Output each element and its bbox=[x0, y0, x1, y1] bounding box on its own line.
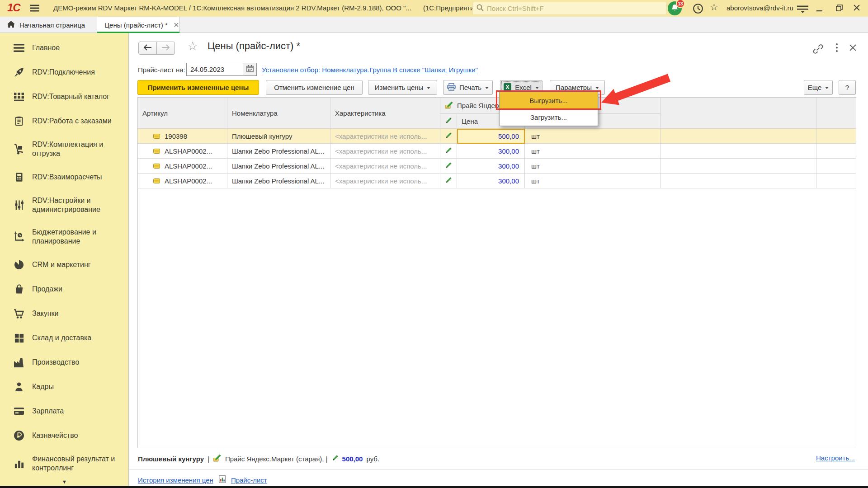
nav-back-button[interactable] bbox=[138, 42, 157, 55]
sidebar-item-label: Казначейство bbox=[32, 431, 78, 440]
menu-item-import[interactable]: Загрузить... bbox=[500, 109, 598, 126]
sidebar-scroll-down-icon[interactable]: ▼ bbox=[0, 479, 129, 484]
cell-name[interactable]: Шапки Zebo Professional AL... bbox=[227, 159, 330, 174]
pencil-icon bbox=[445, 177, 452, 185]
cell-filler[interactable] bbox=[816, 144, 856, 159]
cell-unit[interactable]: шт bbox=[525, 174, 660, 188]
cell-empty[interactable] bbox=[660, 174, 816, 188]
print-button[interactable]: Печать bbox=[443, 80, 493, 95]
sidebar-item-rdv-connections[interactable]: RDV:Подключения bbox=[0, 60, 128, 84]
cell-price[interactable]: 300,00 bbox=[457, 144, 525, 159]
column-header-empty[interactable] bbox=[660, 98, 816, 129]
cell-filler[interactable] bbox=[816, 129, 856, 144]
cell-price[interactable]: 300,00 bbox=[457, 159, 525, 174]
cell-empty[interactable] bbox=[660, 129, 816, 144]
cancel-price-changes-button[interactable]: Отменить изменение цен bbox=[266, 80, 363, 95]
calendar-icon bbox=[246, 65, 254, 74]
status-item-name: Плюшевый кунгуру bbox=[138, 455, 204, 463]
cell-price[interactable]: 500,00 bbox=[457, 129, 525, 144]
cell-article[interactable]: ALSHAP0002... bbox=[138, 159, 227, 174]
help-button[interactable]: ? bbox=[839, 80, 856, 95]
cell-name[interactable]: Шапки Zebo Professional AL... bbox=[227, 144, 330, 159]
close-window-button[interactable] bbox=[854, 5, 860, 11]
menu-item-export[interactable]: Выгрузить... bbox=[500, 92, 598, 109]
cell-edit[interactable] bbox=[440, 159, 457, 174]
sidebar-item-rdv-shipping[interactable]: RDV:Комплектация и отгрузка bbox=[0, 133, 128, 165]
sidebar-item-warehouse[interactable]: Склад и доставка bbox=[0, 326, 128, 350]
maximize-button[interactable] bbox=[836, 5, 843, 11]
sidebar-item-finance[interactable]: Финансовый результат и контроллинг bbox=[0, 448, 128, 479]
forward-arrow-icon bbox=[161, 44, 170, 52]
sidebar-item-budgeting[interactable]: Бюджетирование и планирование bbox=[0, 221, 128, 253]
cell-article[interactable]: ALSHAP0002... bbox=[138, 174, 227, 188]
favorites-star-icon[interactable]: ☆ bbox=[710, 2, 718, 13]
cell-edit[interactable] bbox=[440, 174, 457, 188]
sidebar-item-main[interactable]: Главное bbox=[0, 36, 128, 60]
cell-empty[interactable] bbox=[660, 144, 816, 159]
column-header-edit[interactable] bbox=[440, 114, 457, 129]
cell-unit[interactable]: шт bbox=[525, 129, 660, 144]
sidebar-item-rdv-catalog[interactable]: RDV:Товарный каталог bbox=[0, 84, 128, 109]
cell-characteristic[interactable]: <характеристики не исполь... bbox=[330, 159, 440, 174]
cell-filler[interactable] bbox=[816, 174, 856, 188]
configure-link[interactable]: Настроить... bbox=[816, 454, 855, 462]
cell-filler[interactable] bbox=[816, 159, 856, 174]
cell-empty[interactable] bbox=[660, 159, 816, 174]
column-header-article[interactable]: Артикул bbox=[138, 98, 227, 129]
cell-name[interactable]: Шапки Zebo Professional AL... bbox=[227, 174, 330, 188]
cell-unit[interactable]: шт bbox=[525, 159, 660, 174]
get-link-icon[interactable] bbox=[813, 44, 823, 56]
salary-icon bbox=[14, 406, 24, 417]
cell-characteristic[interactable]: <характеристики не исполь... bbox=[330, 144, 440, 159]
cell-unit[interactable]: шт bbox=[525, 144, 660, 159]
sidebar-item-salary[interactable]: Зарплата bbox=[0, 399, 128, 423]
cell-characteristic[interactable]: <характеристики не исполь... bbox=[330, 129, 440, 144]
user-email[interactable]: aborovtsova@rdv-it.ru bbox=[726, 4, 793, 12]
cell-article[interactable]: 190398 bbox=[138, 129, 227, 144]
more-actions-icon[interactable] bbox=[835, 43, 838, 54]
change-prices-button[interactable]: Изменить цены bbox=[368, 80, 437, 95]
cell-characteristic[interactable]: <характеристики не исполь... bbox=[330, 174, 440, 188]
apply-prices-button[interactable]: Применить измененные цены bbox=[137, 80, 259, 95]
status-bar: Плюшевый кунгуру | Прайс Яндекс.Маркет (… bbox=[138, 451, 379, 466]
main-menu-icon[interactable] bbox=[30, 5, 39, 13]
minimize-button[interactable] bbox=[816, 5, 823, 12]
sidebar-item-rdv-orders[interactable]: RDV:Работа с заказами bbox=[0, 109, 128, 133]
form-favorite-star-icon[interactable]: ☆ bbox=[187, 39, 198, 53]
window-bottom-edge bbox=[0, 486, 868, 488]
status-price: 500,00 bbox=[342, 455, 363, 463]
sidebar-item-production[interactable]: Производство bbox=[0, 350, 128, 375]
date-input[interactable] bbox=[187, 63, 243, 75]
app-window: 1С ДЕМО-режим RDV Маркет RM-KA-MODEL / 1… bbox=[0, 0, 868, 488]
sidebar-item-rdv-admin[interactable]: RDV:Настройки и администрирование bbox=[0, 189, 128, 221]
search-input[interactable] bbox=[487, 5, 654, 12]
close-form-icon[interactable] bbox=[849, 44, 856, 52]
filter-link[interactable]: Установлен отбор: Номенклатура.Группа В … bbox=[262, 66, 478, 74]
sidebar-item-label: Главное bbox=[32, 43, 60, 52]
sidebar-item-purchases[interactable]: Закупки bbox=[0, 301, 128, 326]
sidebar-item-crm[interactable]: CRM и маркетинг bbox=[0, 253, 128, 277]
history-icon[interactable] bbox=[692, 3, 704, 14]
column-header-characteristic[interactable]: Характеристика bbox=[330, 98, 440, 129]
cell-name[interactable]: Плюшевый кунгуру bbox=[227, 129, 330, 144]
sidebar-item-sales[interactable]: Продажи bbox=[0, 277, 128, 301]
sidebar-item-rdv-settlements[interactable]: RDV:Взаиморасчеты bbox=[0, 165, 128, 189]
cell-edit[interactable] bbox=[440, 144, 457, 159]
nav-forward-button[interactable] bbox=[156, 42, 175, 55]
cell-edit[interactable] bbox=[440, 129, 457, 144]
column-header-name[interactable]: Номенклатура bbox=[227, 98, 330, 129]
global-search[interactable] bbox=[472, 2, 667, 15]
price-history-link[interactable]: История изменения цен bbox=[138, 476, 213, 484]
sidebar-item-hr[interactable]: Кадры bbox=[0, 375, 128, 399]
user-menu-icon[interactable] bbox=[797, 5, 808, 13]
sidebar-item-treasury[interactable]: Казначейство bbox=[0, 423, 128, 448]
tab-home-page[interactable]: Начальная страница bbox=[0, 17, 97, 33]
more-button[interactable]: Еще bbox=[804, 80, 833, 95]
cell-article[interactable]: ALSHAP0002... bbox=[138, 144, 227, 159]
tab-close-icon[interactable] bbox=[174, 23, 179, 27]
calendar-button[interactable] bbox=[243, 63, 256, 75]
window-title: ДЕМО-режим RDV Маркет RM-KA-MODEL / 1С:К… bbox=[53, 4, 480, 12]
cell-price[interactable]: 300,00 bbox=[457, 174, 525, 188]
pricelist-link[interactable]: Прайс-лист bbox=[231, 476, 267, 484]
tab-price-list[interactable]: Цены (прайс-лист) * bbox=[97, 17, 180, 33]
